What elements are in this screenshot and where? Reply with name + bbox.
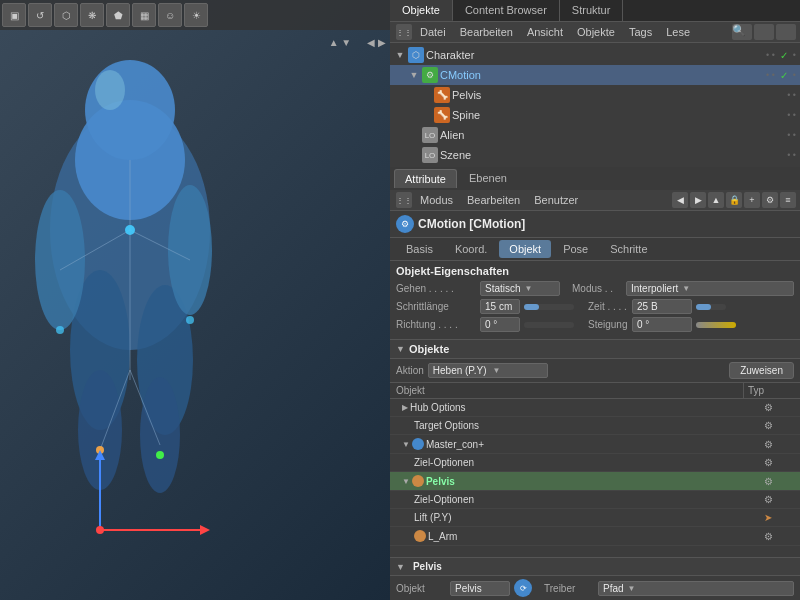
menu-lese[interactable]: Lese (660, 24, 696, 40)
attr-menu-dots[interactable]: ⋮⋮ (396, 192, 412, 208)
charakter-dots2: • (793, 50, 796, 60)
menu-tags[interactable]: Tags (623, 24, 658, 40)
tree-item-cmotion[interactable]: ▼ ⚙ CMotion • • ✓ • (390, 65, 800, 85)
settings-icon[interactable] (776, 24, 796, 40)
viewport-icon-8[interactable]: ☀ (184, 3, 208, 27)
cmotion-tab-schritte[interactable]: Schritte (600, 240, 657, 258)
viewport-icon-5[interactable]: ⬟ (106, 3, 130, 27)
menu-objekte[interactable]: Objekte (571, 24, 621, 40)
viewport-icon-1[interactable]: ▣ (2, 3, 26, 27)
cmotion-tab-koord[interactable]: Koord. (445, 240, 497, 258)
richtung-value[interactable]: 0 ° (480, 317, 520, 332)
obj-row-pelvis[interactable]: ▼ Pelvis ⚙ (390, 472, 800, 491)
zeit-slider[interactable] (696, 304, 726, 310)
obj-row-master[interactable]: ▼ Master_con+ ⚙ (390, 435, 800, 454)
obj-row-ziel2[interactable]: Ziel-Optionen ⚙ (390, 491, 800, 509)
props-section: Objekt-Eigenschaften Gehen . . . . . Sta… (390, 261, 800, 339)
viewport-icon-4[interactable]: ❋ (80, 3, 104, 27)
gehen-dropdown[interactable]: Statisch ▼ (480, 281, 560, 296)
aktion-dropdown[interactable]: Heben (P.Y) ▼ (428, 363, 548, 378)
aktion-label: Aktion (396, 365, 424, 376)
gehen-dropdown-arrow: ▼ (525, 284, 533, 293)
attr-more-icon[interactable]: ≡ (780, 192, 796, 208)
objekte-collapse[interactable]: ▼ (396, 344, 405, 354)
steigung-value[interactable]: 0 ° (632, 317, 692, 332)
schritt-value[interactable]: 15 cm (480, 299, 520, 314)
svg-point-7 (140, 377, 180, 493)
viewport-icon-2[interactable]: ↺ (28, 3, 52, 27)
alien-label: Alien (440, 129, 785, 141)
tab-objekte[interactable]: Objekte (390, 0, 453, 21)
attr-benutzer[interactable]: Benutzer (528, 192, 584, 208)
attr-forward-icon[interactable]: ▶ (690, 192, 706, 208)
svg-point-9 (95, 70, 125, 110)
spine-dots: • • (787, 110, 796, 120)
alien-dots: • • (787, 130, 796, 140)
top-tabs: Objekte Content Browser Struktur (390, 0, 800, 22)
menu-datei[interactable]: Datei (414, 24, 452, 40)
schritt-slider[interactable] (524, 304, 574, 310)
obj-row-ziel1[interactable]: Ziel-Optionen ⚙ (390, 454, 800, 472)
attr-lock-icon[interactable]: 🔒 (726, 192, 742, 208)
richtung-slider[interactable] (524, 322, 574, 328)
viewport-icon-7[interactable]: ☺ (158, 3, 182, 27)
tab-content-browser[interactable]: Content Browser (453, 0, 560, 21)
pelvis-objekt-input[interactable]: Pelvis (450, 581, 510, 596)
spine-label: Spine (452, 109, 785, 121)
pelvis-treiber-input[interactable]: Pfad ▼ (598, 581, 794, 596)
obj-row-target[interactable]: Target Options ⚙ (390, 417, 800, 435)
cmotion-tab-pose[interactable]: Pose (553, 240, 598, 258)
viewport-icon-6[interactable]: ▦ (132, 3, 156, 27)
master-typ: ⚙ (760, 438, 800, 451)
cmotion-tab-objekt[interactable]: Objekt (499, 240, 551, 258)
pelvis-collapse-arrow[interactable]: ▼ (396, 562, 405, 572)
tree-expand-cmotion[interactable]: ▼ (408, 69, 420, 81)
attr-bearbeiten[interactable]: Bearbeiten (461, 192, 526, 208)
menu-dots[interactable]: ⋮⋮ (396, 24, 412, 40)
cmotion-tab-basis[interactable]: Basis (396, 240, 443, 258)
search-icon[interactable]: 🔍 (732, 24, 752, 40)
tab-attribute[interactable]: Attribute (394, 169, 457, 188)
menu-ansicht[interactable]: Ansicht (521, 24, 569, 40)
pelvis-expand[interactable]: ▼ (402, 477, 410, 486)
modus-dropdown[interactable]: Interpoliert ▼ (626, 281, 794, 296)
hub-expand[interactable]: ▶ (402, 403, 408, 412)
tree-item-spine[interactable]: 🦴 Spine • • (390, 105, 800, 125)
menu-bar: ⋮⋮ Datei Bearbeiten Ansicht Objekte Tags… (390, 22, 800, 43)
svg-point-16 (56, 326, 64, 334)
obj-row-larm[interactable]: L_Arm ⚙ (390, 527, 800, 546)
tree-item-charakter[interactable]: ▼ ⬡ Charakter • • ✓ • (390, 45, 800, 65)
tree-item-pelvis[interactable]: 🦴 Pelvis • • (390, 85, 800, 105)
attr-back-icon[interactable]: ◀ (672, 192, 688, 208)
modus-label: Modus . . (572, 283, 622, 294)
attr-up-icon[interactable]: ▲ (708, 192, 724, 208)
obj-row-hub[interactable]: ▶ Hub Options ⚙ (390, 399, 800, 417)
hub-gear-icon: ⚙ (764, 402, 773, 413)
attr-add-icon[interactable]: + (744, 192, 760, 208)
master-expand[interactable]: ▼ (402, 440, 410, 449)
tab-ebenen[interactable]: Ebenen (459, 169, 517, 188)
pelvis-treiber-label: Treiber (544, 583, 594, 594)
view-icon[interactable] (754, 24, 774, 40)
master-label: ▼ Master_con+ (390, 437, 760, 451)
cmotion-title: CMotion [CMotion] (418, 217, 525, 231)
col-objekt: Objekt (390, 383, 744, 398)
tree-expand-charakter[interactable]: ▼ (394, 49, 406, 61)
viewport-icon-3[interactable]: ⬡ (54, 3, 78, 27)
steigung-slider[interactable] (696, 322, 736, 328)
tab-struktur[interactable]: Struktur (560, 0, 624, 21)
cmotion-check: ✓ (777, 68, 791, 82)
tree-item-szene[interactable]: LO Szene • • (390, 145, 800, 165)
cmotion-dots: • • (766, 70, 775, 80)
svg-point-19 (156, 451, 164, 459)
obj-row-lift[interactable]: Lift (P.Y) ➤ (390, 509, 800, 527)
attr-modus[interactable]: Modus (414, 192, 459, 208)
tree-item-alien[interactable]: LO Alien • • (390, 125, 800, 145)
menu-bearbeiten[interactable]: Bearbeiten (454, 24, 519, 40)
zeit-value[interactable]: 25 B (632, 299, 692, 314)
pelvis-link-btn[interactable]: ⟳ (514, 579, 532, 597)
tree-arrow-spine (420, 109, 432, 121)
nav-right-arrow: ◀ ▶ (367, 37, 386, 48)
zuweisen-button[interactable]: Zuweisen (729, 362, 794, 379)
attr-settings-icon[interactable]: ⚙ (762, 192, 778, 208)
